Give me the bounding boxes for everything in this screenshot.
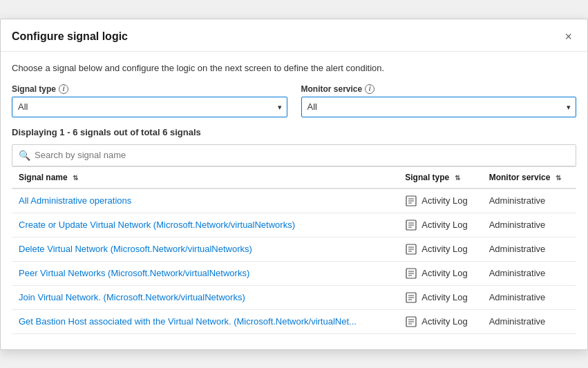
signal-name-cell: Create or Update Virtual Network (Micros…: [12, 213, 398, 237]
dialog-header: Configure signal logic ×: [1, 19, 587, 52]
activity-log-label: Activity Log: [421, 292, 467, 302]
form-row: Signal type i All ▾ Monitor service i Al…: [12, 84, 576, 117]
table-header-row: Signal name ⇅ Signal type ⇅ Monitor serv…: [12, 166, 576, 188]
activity-log-label: Activity Log: [421, 220, 467, 230]
activity-log-icon: [405, 195, 417, 207]
signal-name-cell: Get Bastion Host associated with the Vir…: [12, 309, 398, 333]
monitor-service-select-wrapper: All ▾: [301, 97, 577, 117]
table-row: Join Virtual Network. (Microsoft.Network…: [12, 285, 576, 309]
signal-type-cell: Activity Log: [398, 188, 482, 213]
monitor-service-cell: Administrative: [482, 309, 576, 333]
activity-log-icon: [405, 219, 417, 231]
signal-type-cell: Activity Log: [398, 237, 482, 261]
dialog-body: Choose a signal below and configure the …: [1, 52, 587, 349]
monitor-service-label: Monitor service i: [301, 84, 577, 94]
signal-type-info-icon[interactable]: i: [59, 84, 68, 94]
description-text: Choose a signal below and configure the …: [12, 63, 576, 73]
activity-log-label: Activity Log: [421, 268, 467, 278]
col-signal-name: Signal name ⇅: [12, 166, 398, 188]
signal-type-cell: Activity Log: [398, 309, 482, 333]
table-row: Delete Virtual Network (Microsoft.Networ…: [12, 237, 576, 261]
signal-type-select[interactable]: All: [12, 97, 287, 117]
activity-log-label: Activity Log: [421, 195, 467, 206]
signal-name-cell: Delete Virtual Network (Microsoft.Networ…: [12, 237, 398, 261]
monitor-service-cell: Administrative: [482, 261, 576, 285]
table-row: Peer Virtual Networks (Microsoft.Network…: [12, 261, 576, 285]
signal-name-cell: All Administrative operations: [12, 188, 398, 213]
monitor-service-cell: Administrative: [482, 237, 576, 261]
signal-name-cell: Join Virtual Network. (Microsoft.Network…: [12, 285, 398, 309]
signal-name-cell: Peer Virtual Networks (Microsoft.Network…: [12, 261, 398, 285]
signal-type-cell: Activity Log: [398, 213, 482, 237]
signal-type-cell: Activity Log: [398, 285, 482, 309]
signal-type-cell: Activity Log: [398, 261, 482, 285]
table-row: Create or Update Virtual Network (Micros…: [12, 213, 576, 237]
activity-log-label: Activity Log: [421, 244, 467, 254]
search-input[interactable]: [12, 144, 576, 166]
displaying-count-text: Displaying 1 - 6 signals out of total 6 …: [12, 127, 576, 137]
close-button[interactable]: ×: [560, 29, 576, 44]
activity-log-icon: [405, 291, 417, 304]
monitor-service-group: Monitor service i All ▾: [301, 84, 577, 117]
signal-type-label: Signal type i: [12, 84, 287, 94]
signal-type-group: Signal type i All ▾: [12, 84, 287, 117]
signal-name-link[interactable]: Create or Update Virtual Network (Micros…: [19, 220, 295, 230]
signal-name-link[interactable]: All Administrative operations: [19, 195, 131, 206]
dialog-title: Configure signal logic: [12, 30, 128, 43]
monitor-service-cell: Administrative: [482, 188, 576, 213]
monitor-service-cell: Administrative: [482, 285, 576, 309]
signal-name-link[interactable]: Join Virtual Network. (Microsoft.Network…: [19, 292, 245, 302]
signal-name-link[interactable]: Delete Virtual Network (Microsoft.Networ…: [19, 244, 252, 254]
signals-table-container: Signal name ⇅ Signal type ⇅ Monitor serv…: [12, 166, 576, 334]
signal-name-link[interactable]: Peer Virtual Networks (Microsoft.Network…: [19, 268, 249, 278]
search-icon: 🔍: [19, 150, 30, 161]
search-box-wrapper: 🔍: [12, 144, 576, 166]
signals-table: Signal name ⇅ Signal type ⇅ Monitor serv…: [12, 166, 576, 334]
configure-signal-dialog: Configure signal logic × Choose a signal…: [0, 19, 588, 350]
signal-name-sort-icon[interactable]: ⇅: [73, 174, 78, 182]
activity-log-icon: [405, 267, 417, 280]
activity-log-icon: [405, 316, 417, 328]
monitor-service-select[interactable]: All: [301, 97, 577, 117]
table-row: Get Bastion Host associated with the Vir…: [12, 309, 576, 333]
monitor-service-sort-icon[interactable]: ⇅: [556, 174, 561, 182]
activity-log-icon: [405, 243, 417, 255]
col-monitor-service: Monitor service ⇅: [482, 166, 576, 188]
signal-type-select-wrapper: All ▾: [12, 97, 287, 117]
signal-name-link[interactable]: Get Bastion Host associated with the Vir…: [19, 316, 357, 327]
activity-log-label: Activity Log: [421, 316, 467, 327]
table-row: All Administrative operations Activity L…: [12, 188, 576, 213]
col-signal-type: Signal type ⇅: [398, 166, 482, 188]
monitor-service-info-icon[interactable]: i: [365, 84, 374, 94]
signal-type-sort-icon[interactable]: ⇅: [455, 174, 460, 182]
monitor-service-cell: Administrative: [482, 213, 576, 237]
